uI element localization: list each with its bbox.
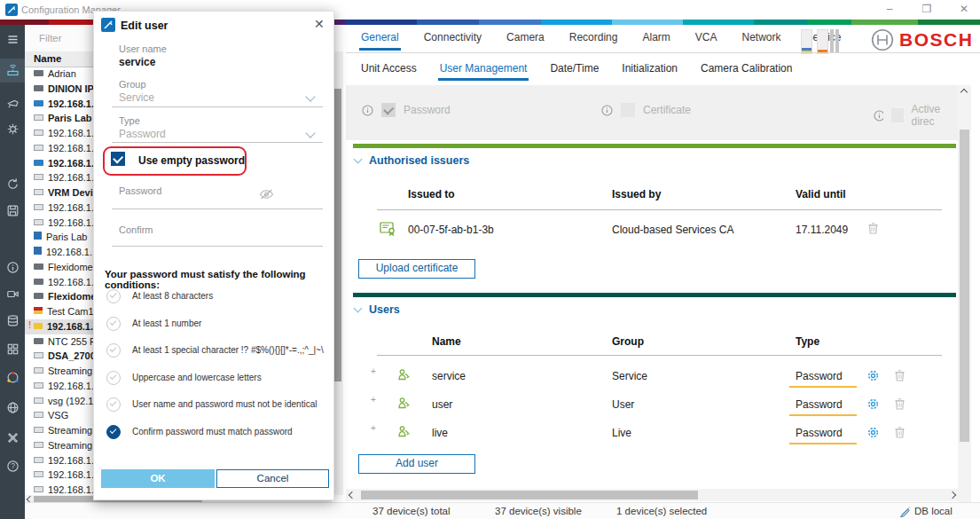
tree-item-label: VRM Devic <box>48 187 98 198</box>
tree-item-label: 192.168.1.3 <box>47 321 98 332</box>
expand-user-icon[interactable]: + <box>371 423 376 433</box>
user-settings-gear-icon[interactable] <box>866 397 880 411</box>
delete-user-icon[interactable] <box>894 426 906 439</box>
box-device-icon <box>34 114 43 121</box>
type-select-value[interactable]: Password <box>119 128 166 140</box>
status-devices-selected: 1 device(s) selected <box>616 506 707 516</box>
users-col-name: Name <box>432 335 461 348</box>
username-value[interactable]: service <box>119 56 155 68</box>
main-vertical-scrollbar[interactable] <box>958 85 971 514</box>
main-vertical-scroll-thumb[interactable] <box>960 130 969 442</box>
password-input-underline[interactable] <box>112 208 323 209</box>
authorised-issuers-header[interactable]: Authorised issuers <box>355 154 469 167</box>
chevron-down-icon[interactable] <box>305 128 315 138</box>
use-empty-password-checkbox[interactable] <box>111 152 125 166</box>
scroll-right-icon[interactable] <box>949 491 956 499</box>
rail-item-info[interactable] <box>0 256 25 279</box>
certificate-checkbox[interactable] <box>621 103 635 117</box>
cam-device-icon <box>34 85 43 91</box>
rail-item-web[interactable] <box>0 396 25 420</box>
layout-toggle-4[interactable] <box>835 29 839 52</box>
tree-item-label: NTC 255 P <box>48 336 96 347</box>
user-type-underline <box>789 414 857 416</box>
storage-icon <box>6 314 20 327</box>
tab-vca[interactable]: VCA <box>694 26 719 51</box>
user-type[interactable]: Password <box>796 370 843 382</box>
dialog-close-icon[interactable]: ✕ <box>314 17 325 31</box>
delete-user-icon[interactable] <box>894 369 906 382</box>
expand-user-icon[interactable]: + <box>371 366 376 376</box>
delete-issuer-icon[interactable] <box>867 222 879 235</box>
group-underline <box>112 106 323 107</box>
rail-item-help[interactable]: ? <box>0 454 25 478</box>
add-user-button[interactable]: Add user <box>358 454 475 474</box>
rail-item-menu[interactable] <box>0 28 25 51</box>
menu-icon <box>6 33 20 46</box>
rail-item-devices[interactable] <box>0 59 25 83</box>
maximize-button[interactable]: ❐ <box>912 0 942 19</box>
group-select-value[interactable]: Service <box>119 91 154 104</box>
scroll-up-icon[interactable] <box>960 89 968 96</box>
active-direc-checkbox[interactable] <box>891 108 904 122</box>
main-horizontal-scrollbar[interactable] <box>346 489 958 501</box>
password-checkbox[interactable] <box>381 103 396 117</box>
ok-button[interactable]: OK <box>101 469 215 488</box>
user-type-underline <box>789 443 857 444</box>
tab-general[interactable]: General <box>359 26 401 51</box>
tree-header-label: Name <box>34 53 61 64</box>
minimize-button[interactable]: – <box>874 0 905 19</box>
subtab-unit-access[interactable]: Unit Access <box>359 58 419 81</box>
tab-recording[interactable]: Recording <box>568 26 620 51</box>
auth-method-label: Password <box>404 104 451 116</box>
subtab-camera-calibration[interactable]: Camera Calibration <box>699 58 794 81</box>
tree-vertical-scroll-thumb[interactable] <box>333 89 341 381</box>
layout-toggle-3[interactable] <box>830 29 834 52</box>
status-bar: 37 device(s) total 37 device(s) visible … <box>25 502 980 519</box>
info-icon <box>362 105 373 116</box>
tab-camera[interactable]: Camera <box>505 26 546 51</box>
rail-item-storage[interactable] <box>0 309 25 333</box>
user-settings-gear-icon[interactable] <box>866 426 880 439</box>
users-header[interactable]: Users <box>355 303 400 316</box>
layout-toggle-2[interactable] <box>817 29 828 54</box>
close-button[interactable]: ✕ <box>949 0 979 19</box>
cancel-button[interactable]: Cancel <box>216 469 329 488</box>
cam-device-icon <box>34 263 43 270</box>
user-type[interactable]: Password <box>796 427 843 439</box>
issuers-col-issued-to: Issued to <box>408 188 455 201</box>
settings-icon <box>6 122 20 136</box>
cam-device-icon <box>34 279 43 285</box>
rail-item-save[interactable] <box>0 199 25 223</box>
confirm-input-underline[interactable] <box>112 246 323 247</box>
condition-label: At least 1 number <box>132 318 201 328</box>
subtab-date-time[interactable]: Date/Time <box>548 58 600 81</box>
rail-item-camera[interactable] <box>0 90 25 114</box>
condition-label: At least 8 characters <box>132 291 213 301</box>
rail-item-tools[interactable] <box>0 426 25 450</box>
rail-item-network-scan[interactable] <box>0 366 25 389</box>
scroll-left-icon[interactable] <box>349 491 356 499</box>
delete-user-icon[interactable] <box>894 397 906 411</box>
tab-network[interactable]: Network <box>741 26 783 51</box>
users-col-type: Type <box>796 335 819 348</box>
tree-item-label: 192.168.1. <box>46 247 92 257</box>
subtab-initialization[interactable]: Initialization <box>620 58 679 81</box>
rail-item-video[interactable] <box>0 282 25 306</box>
upload-certificate-button[interactable]: Upload certificate <box>358 259 475 279</box>
tree-item-label: Adrian <box>48 68 76 79</box>
expand-user-icon[interactable]: + <box>371 395 376 405</box>
rail-item-reload[interactable] <box>0 172 25 196</box>
user-type[interactable]: Password <box>796 398 843 411</box>
chevron-down-icon[interactable] <box>305 91 315 101</box>
tab-alarm[interactable]: Alarm <box>640 26 671 51</box>
password-conditions-title: Your password must satisfy the following… <box>105 269 328 290</box>
rail-item-settings[interactable] <box>0 117 25 141</box>
user-settings-gear-icon[interactable] <box>866 369 880 382</box>
tab-connectivity[interactable]: Connectivity <box>422 26 483 51</box>
layout-toggle-1[interactable] <box>801 29 812 54</box>
rail-item-grid[interactable] <box>0 337 25 361</box>
show-password-icon[interactable] <box>259 189 274 200</box>
tree-item-label: 192.168.1. <box>48 143 94 153</box>
main-horizontal-scroll-thumb[interactable] <box>361 491 698 499</box>
subtab-user-management[interactable]: User Management <box>438 58 529 81</box>
